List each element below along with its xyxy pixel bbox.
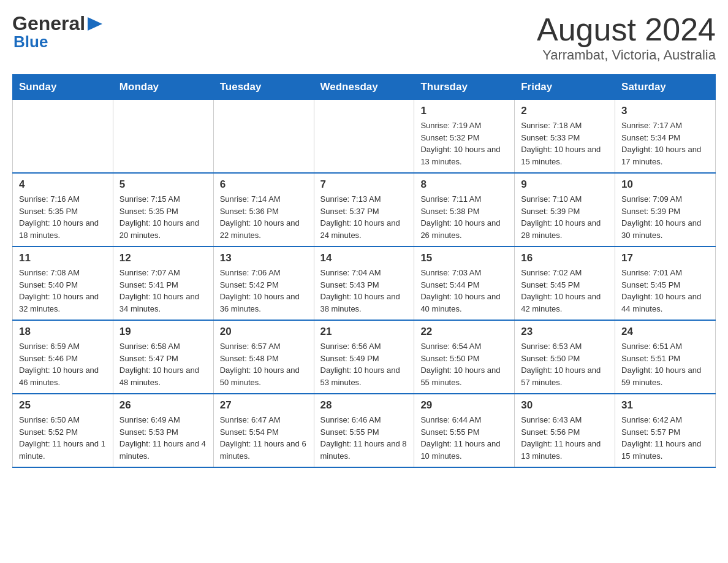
day-info: Sunrise: 7:13 AM Sunset: 5:37 PM Dayligh… xyxy=(320,193,408,241)
day-info: Sunrise: 6:42 AM Sunset: 5:57 PM Dayligh… xyxy=(621,414,709,462)
day-info: Sunrise: 7:19 AM Sunset: 5:32 PM Dayligh… xyxy=(420,120,508,167)
calendar-day-cell: 31Sunrise: 6:42 AM Sunset: 5:57 PM Dayli… xyxy=(615,394,716,467)
day-info: Sunrise: 6:58 AM Sunset: 5:47 PM Dayligh… xyxy=(119,340,207,388)
day-info: Sunrise: 7:09 AM Sunset: 5:39 PM Dayligh… xyxy=(621,193,709,241)
day-info: Sunrise: 7:04 AM Sunset: 5:43 PM Dayligh… xyxy=(320,267,408,315)
day-number: 26 xyxy=(119,399,207,412)
calendar-day-cell xyxy=(13,100,113,174)
calendar-day-cell: 22Sunrise: 6:54 AM Sunset: 5:50 PM Dayli… xyxy=(414,320,515,394)
day-number: 17 xyxy=(621,252,709,264)
day-info: Sunrise: 6:49 AM Sunset: 5:53 PM Dayligh… xyxy=(119,414,207,462)
day-number: 4 xyxy=(19,178,107,191)
day-info: Sunrise: 7:08 AM Sunset: 5:40 PM Dayligh… xyxy=(19,267,107,315)
calendar-day-cell: 29Sunrise: 6:44 AM Sunset: 5:55 PM Dayli… xyxy=(414,394,515,467)
logo-line1: General xyxy=(12,12,104,35)
calendar-day-cell: 14Sunrise: 7:04 AM Sunset: 5:43 PM Dayli… xyxy=(314,247,414,320)
day-number: 13 xyxy=(220,252,308,264)
calendar-header-tuesday: Tuesday xyxy=(213,75,314,100)
day-number: 23 xyxy=(521,326,609,338)
calendar-day-cell xyxy=(113,100,213,174)
day-info: Sunrise: 7:16 AM Sunset: 5:35 PM Dayligh… xyxy=(19,193,107,241)
calendar-day-cell: 26Sunrise: 6:49 AM Sunset: 5:53 PM Dayli… xyxy=(113,394,213,467)
calendar-day-cell: 25Sunrise: 6:50 AM Sunset: 5:52 PM Dayli… xyxy=(13,394,113,467)
logo-general-text: General xyxy=(12,12,85,35)
day-number: 9 xyxy=(521,178,609,191)
location-subtitle: Yarrambat, Victoria, Australia xyxy=(537,47,716,63)
page-header: General Blue August 2024 Yarrambat, Vict… xyxy=(12,12,716,63)
day-number: 24 xyxy=(621,326,709,338)
calendar-day-cell: 9Sunrise: 7:10 AM Sunset: 5:39 PM Daylig… xyxy=(515,173,615,247)
calendar-day-cell: 12Sunrise: 7:07 AM Sunset: 5:41 PM Dayli… xyxy=(113,247,213,320)
calendar-day-cell xyxy=(314,100,414,174)
svg-marker-0 xyxy=(88,17,102,31)
calendar-day-cell: 11Sunrise: 7:08 AM Sunset: 5:40 PM Dayli… xyxy=(13,247,113,320)
day-number: 11 xyxy=(19,252,107,264)
day-info: Sunrise: 6:53 AM Sunset: 5:50 PM Dayligh… xyxy=(521,340,609,388)
day-info: Sunrise: 7:07 AM Sunset: 5:41 PM Dayligh… xyxy=(119,267,207,315)
day-number: 1 xyxy=(420,105,508,117)
day-number: 7 xyxy=(320,178,408,191)
calendar-day-cell: 8Sunrise: 7:11 AM Sunset: 5:38 PM Daylig… xyxy=(414,173,515,247)
calendar-day-cell: 15Sunrise: 7:03 AM Sunset: 5:44 PM Dayli… xyxy=(414,247,515,320)
day-info: Sunrise: 7:17 AM Sunset: 5:34 PM Dayligh… xyxy=(621,120,709,167)
calendar-day-cell: 1Sunrise: 7:19 AM Sunset: 5:32 PM Daylig… xyxy=(414,100,515,174)
day-info: Sunrise: 7:02 AM Sunset: 5:45 PM Dayligh… xyxy=(521,267,609,315)
calendar-table: SundayMondayTuesdayWednesdayThursdayFrid… xyxy=(12,74,716,468)
month-year-title: August 2024 xyxy=(537,12,716,47)
day-info: Sunrise: 7:11 AM Sunset: 5:38 PM Dayligh… xyxy=(420,193,508,241)
calendar-week-row: 4Sunrise: 7:16 AM Sunset: 5:35 PM Daylig… xyxy=(13,173,716,247)
calendar-header-saturday: Saturday xyxy=(615,75,716,100)
calendar-day-cell: 20Sunrise: 6:57 AM Sunset: 5:48 PM Dayli… xyxy=(213,320,314,394)
calendar-day-cell: 2Sunrise: 7:18 AM Sunset: 5:33 PM Daylig… xyxy=(515,100,615,174)
calendar-week-row: 18Sunrise: 6:59 AM Sunset: 5:46 PM Dayli… xyxy=(13,320,716,394)
calendar-day-cell: 30Sunrise: 6:43 AM Sunset: 5:56 PM Dayli… xyxy=(515,394,615,467)
day-number: 2 xyxy=(521,105,609,117)
day-info: Sunrise: 6:56 AM Sunset: 5:49 PM Dayligh… xyxy=(320,340,408,388)
calendar-day-cell: 13Sunrise: 7:06 AM Sunset: 5:42 PM Dayli… xyxy=(213,247,314,320)
calendar-day-cell: 10Sunrise: 7:09 AM Sunset: 5:39 PM Dayli… xyxy=(615,173,716,247)
calendar-day-cell: 19Sunrise: 6:58 AM Sunset: 5:47 PM Dayli… xyxy=(113,320,213,394)
day-number: 5 xyxy=(119,178,207,191)
day-number: 25 xyxy=(19,399,107,412)
day-info: Sunrise: 7:14 AM Sunset: 5:36 PM Dayligh… xyxy=(220,193,308,241)
calendar-day-cell: 27Sunrise: 6:47 AM Sunset: 5:54 PM Dayli… xyxy=(213,394,314,467)
day-number: 18 xyxy=(19,326,107,338)
day-info: Sunrise: 7:03 AM Sunset: 5:44 PM Dayligh… xyxy=(420,267,508,315)
calendar-day-cell: 28Sunrise: 6:46 AM Sunset: 5:55 PM Dayli… xyxy=(314,394,414,467)
day-number: 12 xyxy=(119,252,207,264)
day-info: Sunrise: 6:51 AM Sunset: 5:51 PM Dayligh… xyxy=(621,340,709,388)
day-info: Sunrise: 6:50 AM Sunset: 5:52 PM Dayligh… xyxy=(19,414,107,462)
day-number: 31 xyxy=(621,399,709,412)
day-number: 28 xyxy=(320,399,408,412)
day-info: Sunrise: 7:18 AM Sunset: 5:33 PM Dayligh… xyxy=(521,120,609,167)
logo-arrow-icon xyxy=(86,15,104,33)
day-info: Sunrise: 6:46 AM Sunset: 5:55 PM Dayligh… xyxy=(320,414,408,462)
calendar-day-cell: 18Sunrise: 6:59 AM Sunset: 5:46 PM Dayli… xyxy=(13,320,113,394)
calendar-day-cell: 17Sunrise: 7:01 AM Sunset: 5:45 PM Dayli… xyxy=(615,247,716,320)
calendar-day-cell: 4Sunrise: 7:16 AM Sunset: 5:35 PM Daylig… xyxy=(13,173,113,247)
calendar-day-cell: 3Sunrise: 7:17 AM Sunset: 5:34 PM Daylig… xyxy=(615,100,716,174)
calendar-day-cell: 6Sunrise: 7:14 AM Sunset: 5:36 PM Daylig… xyxy=(213,173,314,247)
calendar-day-cell: 5Sunrise: 7:15 AM Sunset: 5:35 PM Daylig… xyxy=(113,173,213,247)
day-number: 14 xyxy=(320,252,408,264)
day-number: 16 xyxy=(521,252,609,264)
calendar-header-thursday: Thursday xyxy=(414,75,515,100)
calendar-header-sunday: Sunday xyxy=(13,75,113,100)
calendar-day-cell: 24Sunrise: 6:51 AM Sunset: 5:51 PM Dayli… xyxy=(615,320,716,394)
day-number: 27 xyxy=(220,399,308,412)
calendar-header-friday: Friday xyxy=(515,75,615,100)
day-info: Sunrise: 6:47 AM Sunset: 5:54 PM Dayligh… xyxy=(220,414,308,462)
day-number: 10 xyxy=(621,178,709,191)
day-number: 15 xyxy=(420,252,508,264)
logo: General Blue xyxy=(12,12,104,52)
day-info: Sunrise: 7:10 AM Sunset: 5:39 PM Dayligh… xyxy=(521,193,609,241)
calendar-day-cell xyxy=(213,100,314,174)
day-info: Sunrise: 7:06 AM Sunset: 5:42 PM Dayligh… xyxy=(220,267,308,315)
day-info: Sunrise: 6:43 AM Sunset: 5:56 PM Dayligh… xyxy=(521,414,609,462)
calendar-week-row: 11Sunrise: 7:08 AM Sunset: 5:40 PM Dayli… xyxy=(13,247,716,320)
day-number: 22 xyxy=(420,326,508,338)
calendar-day-cell: 7Sunrise: 7:13 AM Sunset: 5:37 PM Daylig… xyxy=(314,173,414,247)
day-number: 8 xyxy=(420,178,508,191)
day-number: 29 xyxy=(420,399,508,412)
calendar-week-row: 1Sunrise: 7:19 AM Sunset: 5:32 PM Daylig… xyxy=(13,100,716,174)
